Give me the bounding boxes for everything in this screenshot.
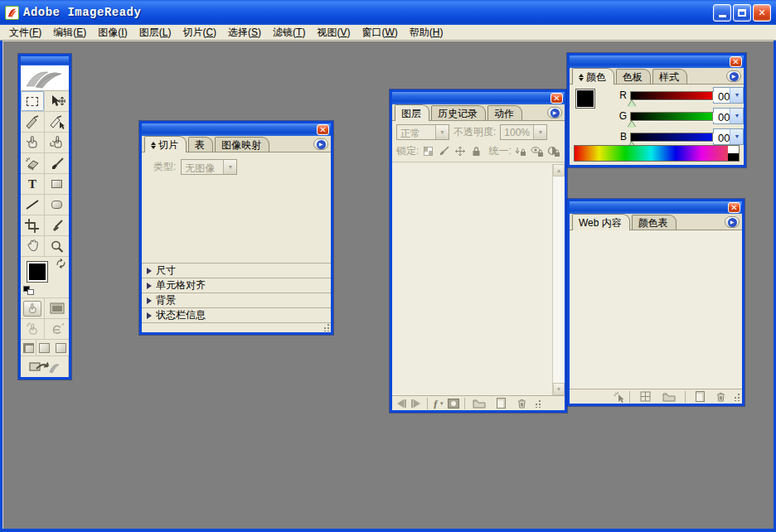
layer-effects-button[interactable]: ƒ▼ bbox=[431, 397, 446, 410]
minimize-button[interactable] bbox=[713, 4, 731, 22]
color-palette-titlebar[interactable]: ✕ bbox=[570, 56, 744, 68]
tab-actions[interactable]: 动作 bbox=[487, 105, 522, 120]
tool-type[interactable]: T bbox=[21, 174, 45, 194]
tab-table[interactable]: 表 bbox=[188, 137, 213, 152]
new-group-button[interactable] bbox=[468, 397, 490, 410]
screen-mode-fullscreen-button[interactable] bbox=[53, 340, 69, 356]
red-slider-bar[interactable] bbox=[630, 91, 713, 100]
new-item-button[interactable] bbox=[689, 390, 711, 404]
hue-gradient[interactable] bbox=[575, 146, 728, 161]
tab-color[interactable]: 颜色 bbox=[572, 68, 614, 85]
preview-in-browser-button[interactable] bbox=[45, 319, 69, 339]
group-slices-button[interactable] bbox=[633, 390, 657, 404]
tool-paintbrush[interactable] bbox=[45, 153, 69, 173]
color-spectrum-ramp[interactable] bbox=[574, 145, 740, 162]
layers-palette-menu-button[interactable]: ▶ bbox=[547, 107, 562, 118]
menu-filter[interactable]: 滤镜(T) bbox=[267, 25, 311, 41]
menu-image[interactable]: 图像(I) bbox=[92, 25, 133, 41]
tab-image-map[interactable]: 图像映射 bbox=[215, 137, 269, 152]
delete-layer-button[interactable] bbox=[512, 397, 531, 410]
section-status-bar-info[interactable]: 状态栏信息 bbox=[142, 307, 331, 322]
green-slider-bar[interactable] bbox=[630, 112, 713, 121]
slice-palette-close-button[interactable]: ✕ bbox=[317, 124, 329, 135]
tool-eraser[interactable] bbox=[21, 153, 45, 173]
web-palette-menu-button[interactable]: ▶ bbox=[725, 216, 740, 228]
tool-line[interactable] bbox=[21, 195, 45, 215]
resize-grip[interactable] bbox=[533, 399, 541, 408]
menu-view[interactable]: 视图(V) bbox=[311, 25, 356, 41]
tool-rectangle-shape[interactable] bbox=[45, 174, 69, 194]
layers-scrollbar[interactable]: ▲ ▼ bbox=[552, 164, 565, 395]
tab-swatches[interactable]: 色板 bbox=[616, 69, 651, 84]
menu-file[interactable]: 文件(F) bbox=[3, 25, 47, 41]
menu-edit[interactable]: 编辑(E) bbox=[47, 25, 92, 41]
new-layer-button[interactable] bbox=[490, 397, 512, 410]
menu-layer[interactable]: 图层(L) bbox=[133, 25, 177, 41]
unify-style-button[interactable] bbox=[547, 145, 560, 157]
section-cell-alignment[interactable]: 单元格对齐 bbox=[142, 278, 331, 293]
foreground-color-swatch[interactable] bbox=[575, 89, 595, 109]
layers-palette-close-button[interactable]: ✕ bbox=[550, 93, 563, 104]
unify-position-button[interactable] bbox=[515, 145, 527, 157]
close-button[interactable]: ✕ bbox=[753, 4, 771, 22]
tab-color-table[interactable]: 颜色表 bbox=[632, 215, 677, 230]
menu-slice[interactable]: 切片(C) bbox=[177, 25, 222, 41]
resize-grip[interactable] bbox=[322, 323, 330, 331]
rollover-state-button[interactable] bbox=[611, 390, 626, 404]
red-slider-handle[interactable] bbox=[628, 100, 636, 107]
add-layer-mask-button[interactable] bbox=[446, 397, 461, 410]
tab-layers[interactable]: 图层 bbox=[395, 104, 429, 121]
resize-grip[interactable] bbox=[732, 393, 740, 401]
red-value-dropdown[interactable]: 00 ▼ bbox=[713, 87, 744, 104]
layers-list-area[interactable] bbox=[392, 164, 552, 395]
white-black-swatches[interactable] bbox=[728, 146, 739, 161]
tool-eyedropper[interactable] bbox=[45, 215, 69, 235]
tool-slice[interactable] bbox=[21, 112, 45, 132]
slice-palette-titlebar[interactable]: ✕ bbox=[142, 123, 331, 136]
lock-position-button[interactable] bbox=[453, 145, 466, 157]
tool-hand[interactable] bbox=[21, 236, 45, 256]
slice-type-dropdown[interactable]: 无图像 ▼ bbox=[181, 159, 237, 175]
window-titlebar[interactable]: Adobe ImageReady ✕ bbox=[0, 0, 776, 25]
layers-palette-titlebar[interactable]: ✕ bbox=[392, 92, 565, 104]
toolbox-drag-bar[interactable] bbox=[21, 56, 69, 65]
blue-value-dropdown[interactable]: 00 ▼ bbox=[713, 128, 744, 145]
blue-slider-bar[interactable] bbox=[630, 133, 713, 142]
tab-history[interactable]: 历史记录 bbox=[431, 105, 486, 120]
lock-transparency-button[interactable] bbox=[422, 145, 434, 157]
scroll-up-button[interactable]: ▲ bbox=[553, 164, 565, 177]
maximize-button[interactable] bbox=[733, 4, 751, 22]
lock-image-button[interactable] bbox=[438, 145, 450, 157]
tool-rectangle-marquee[interactable] bbox=[21, 91, 45, 111]
slice-palette-menu-button[interactable]: ▶ bbox=[313, 138, 328, 150]
screen-mode-fullscreen-menubar-button[interactable] bbox=[36, 340, 52, 356]
swap-colors-icon[interactable] bbox=[56, 259, 66, 268]
green-value-dropdown[interactable]: 00 ▼ bbox=[713, 108, 744, 124]
web-palette-titlebar[interactable]: ✕ bbox=[570, 201, 742, 214]
delete-item-button[interactable] bbox=[711, 390, 730, 404]
opacity-dropdown[interactable]: 100% ▼ bbox=[500, 124, 547, 140]
section-dimensions[interactable]: 尺寸 bbox=[142, 263, 331, 278]
tool-zoom[interactable] bbox=[45, 236, 69, 256]
tool-image-map[interactable] bbox=[21, 133, 45, 152]
tool-crop[interactable] bbox=[21, 215, 45, 235]
color-palette-menu-button[interactable]: ▶ bbox=[726, 70, 741, 82]
screen-mode-standard-button[interactable] bbox=[21, 340, 36, 356]
lock-all-button[interactable] bbox=[470, 145, 483, 157]
color-palette-close-button[interactable]: ✕ bbox=[730, 56, 742, 67]
web-content-list-area[interactable] bbox=[570, 230, 742, 389]
imageready-feather-logo[interactable] bbox=[21, 65, 69, 91]
tool-image-map-select[interactable] bbox=[45, 133, 69, 152]
tool-rounded-rectangle[interactable] bbox=[45, 195, 69, 215]
blend-mode-dropdown[interactable]: 正常 ▼ bbox=[396, 124, 449, 140]
menu-select[interactable]: 选择(S) bbox=[222, 25, 267, 41]
tool-move[interactable] bbox=[45, 91, 69, 111]
toggle-slices-visibility-button[interactable] bbox=[21, 319, 45, 339]
tool-slice-select[interactable] bbox=[45, 112, 69, 132]
next-frame-button[interactable] bbox=[409, 397, 424, 410]
tab-styles[interactable]: 样式 bbox=[652, 69, 687, 84]
tab-slice[interactable]: 切片 bbox=[144, 136, 187, 152]
scroll-down-button[interactable]: ▼ bbox=[553, 383, 565, 395]
web-palette-close-button[interactable]: ✕ bbox=[728, 202, 740, 213]
toggle-image-maps-visibility-button[interactable] bbox=[21, 298, 45, 318]
